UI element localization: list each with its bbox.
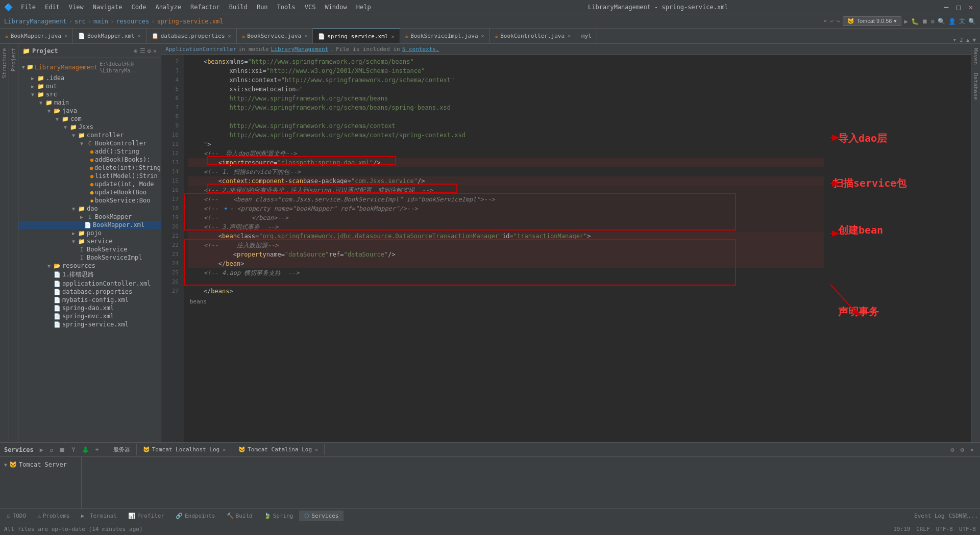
menu-run[interactable]: Run (253, 3, 272, 12)
tab-close-spring-service-xml[interactable]: ✕ (391, 34, 394, 39)
tab-close-bookMapper-xml[interactable]: ✕ (138, 33, 141, 39)
info-module[interactable]: LibraryManagement (271, 46, 329, 53)
resources-arrow[interactable]: ▼ (45, 263, 53, 269)
bmi-arrow[interactable]: ▶ (78, 214, 86, 220)
tree-java[interactable]: ▼ 📂 java (18, 107, 161, 115)
tree-root[interactable]: ▼ 📁 LibraryManagement E:\Ideal环境\Library… (18, 60, 161, 74)
services-tree-btn[interactable]: 🌲 (80, 445, 91, 454)
tree-service[interactable]: ▼ 📁 service (18, 237, 161, 245)
info-contexts[interactable]: 5 contexts. (402, 46, 439, 53)
debug-btn[interactable]: 🐛 (911, 18, 919, 25)
tab-server[interactable]: 服务器 (107, 444, 137, 455)
tab-myl[interactable]: myl (576, 29, 597, 43)
com-arrow[interactable]: ▼ (53, 116, 61, 122)
service-arrow[interactable]: ▼ (69, 239, 78, 244)
tool-tab-spring[interactable]: 🍃 Spring (259, 511, 299, 521)
tool-tab-endpoints[interactable]: 🔗 Endpoints (170, 511, 220, 521)
tree-com[interactable]: ▼ 📁 com (18, 115, 161, 123)
panel-gear-btn[interactable]: ⚙ (959, 445, 966, 454)
tree-appController-xml[interactable]: 📄 applicationContoller.xml (18, 279, 161, 288)
nav-back[interactable]: ↩ (830, 18, 834, 24)
tool-tab-todo[interactable]: ☑ TODO (2, 511, 31, 521)
breadcrumb-file[interactable]: spring-service.xml (157, 18, 223, 25)
tomcat-button[interactable]: 🐱 Tomcat 9.0.56 ▾ (843, 16, 901, 26)
structure-label[interactable]: Structure (0, 44, 9, 83)
tree-list[interactable]: ● list(Model):Strin (18, 172, 161, 180)
menu-vcs[interactable]: VCS (301, 3, 320, 12)
more-btn[interactable]: ⚙ (931, 18, 935, 25)
menu-view[interactable]: View (65, 3, 88, 12)
menu-refactor[interactable]: Refactor (186, 3, 224, 12)
status-charset[interactable]: UTF-8 (936, 526, 953, 532)
services-run-btn[interactable]: ▶ (38, 445, 45, 454)
tree-dao[interactable]: ▼ 📁 dao (18, 205, 161, 213)
status-crlf[interactable]: CRLF (916, 526, 930, 532)
search-btn[interactable]: 🔍 (938, 18, 945, 25)
sidebar-settings-btn[interactable]: ⚙ (148, 47, 151, 55)
tool-tab-services[interactable]: ⬡ Services (299, 511, 344, 521)
tree-src[interactable]: ▼ 📁 src (18, 90, 161, 98)
tree-main[interactable]: ▼ 📁 main (18, 98, 161, 107)
maven-label[interactable]: Maven (971, 44, 980, 69)
tool-tab-problems[interactable]: ⚠ Problems (32, 511, 75, 521)
menu-tools[interactable]: Tools (273, 3, 300, 12)
tab-close-catalina-log[interactable]: ✕ (315, 447, 318, 452)
tree-idea[interactable]: ▶ 📁 .idea (18, 74, 161, 82)
src-arrow[interactable]: ▼ (29, 92, 37, 97)
database-label[interactable]: Database (971, 69, 980, 104)
services-add-btn[interactable]: + (93, 445, 101, 454)
services-filter-btn[interactable]: Y (69, 445, 77, 454)
breadcrumb-project[interactable]: LibraryManagement (4, 18, 67, 25)
tab-BookMapper-java[interactable]: ☕ BookMapper.java ✕ (0, 29, 73, 43)
panel-settings-btn[interactable]: ⚙ (948, 445, 956, 454)
jsxs-arrow[interactable]: ▼ (61, 124, 69, 130)
expand-arrow[interactable]: ▼ (4, 462, 7, 468)
nav-forward[interactable]: ↪ (837, 18, 840, 24)
menu-help[interactable]: Help (352, 3, 375, 12)
tree-mybatis-xml[interactable]: 📄 mybatis-config.xml (18, 296, 161, 304)
java-arrow[interactable]: ▼ (45, 108, 53, 114)
bc-arrow[interactable]: ▼ (78, 141, 86, 146)
tree-pojo[interactable]: ▶ 📁 pojo (18, 229, 161, 237)
tree-update[interactable]: ● update(int, Mode (18, 180, 161, 188)
panel-close-btn[interactable]: ✕ (968, 445, 976, 454)
tree-controller[interactable]: ▼ 📁 controller (18, 131, 161, 139)
tool-tab-profiler[interactable]: 📊 Profiler (123, 511, 169, 521)
run-btn[interactable]: ▶ (904, 18, 908, 25)
menu-analyze[interactable]: Analyze (151, 3, 185, 12)
tree-debug-notes[interactable]: 📄 1.排错思路 (18, 270, 161, 279)
menu-edit[interactable]: Edit (41, 3, 64, 12)
tab-spring-service-xml[interactable]: 📄 spring-service.xml ✕ (313, 29, 400, 43)
event-log-label[interactable]: Event Log (914, 513, 945, 519)
maximize-button[interactable]: □ (953, 2, 964, 12)
minimize-button[interactable]: ─ (941, 2, 951, 12)
main-arrow[interactable]: ▼ (37, 100, 45, 106)
tab-close-bookController[interactable]: ✕ (568, 33, 571, 39)
breadcrumb-src[interactable]: src (75, 18, 86, 25)
code-editor[interactable]: <beans xmlns="http://www.springframework… (184, 55, 828, 442)
tree-resources[interactable]: ▼ 📂 resources (18, 262, 161, 270)
tab-tomcat-catalina-log[interactable]: 🐱 Tomcat Catalina Log ✕ (232, 444, 325, 455)
tree-add[interactable]: ● add():String (18, 147, 161, 156)
root-arrow[interactable]: ▼ (20, 64, 27, 70)
close-button[interactable]: ✕ (966, 2, 976, 12)
stop-btn[interactable]: ⏹ (922, 18, 928, 25)
tree-jsxs[interactable]: ▼ 📁 Jsxs (18, 123, 161, 131)
menu-navigate[interactable]: Navigate (89, 3, 127, 12)
sidebar-close-btn[interactable]: ✕ (153, 47, 157, 55)
info-controller[interactable]: ApplicationController (165, 46, 236, 53)
breadcrumb-resources[interactable]: resources (116, 18, 149, 25)
services-rerun-btn[interactable]: ↺ (47, 445, 55, 454)
tree-addBook[interactable]: ● addBook(Books): (18, 156, 161, 164)
services-stop-btn[interactable]: ⏹ (57, 445, 67, 454)
tab-close-localhost-log[interactable]: ✕ (223, 447, 226, 452)
tool-tab-terminal[interactable]: ▶_ Terminal (76, 511, 122, 521)
tab-BookController-java[interactable]: ☕ BookController.java ✕ (490, 29, 577, 43)
tree-bookService[interactable]: ◆ bookService:Boo (18, 196, 161, 205)
sidebar-collapse-btn[interactable]: ☰ (140, 47, 145, 55)
status-line-col[interactable]: 19:19 (893, 526, 910, 532)
status-indent[interactable]: UTF-8 (959, 526, 976, 532)
tree-bookMapper-xml[interactable]: 📄 BookMapper.xml (18, 221, 161, 229)
menu-build[interactable]: Build (225, 3, 252, 12)
breadcrumb-main[interactable]: main (93, 18, 108, 25)
